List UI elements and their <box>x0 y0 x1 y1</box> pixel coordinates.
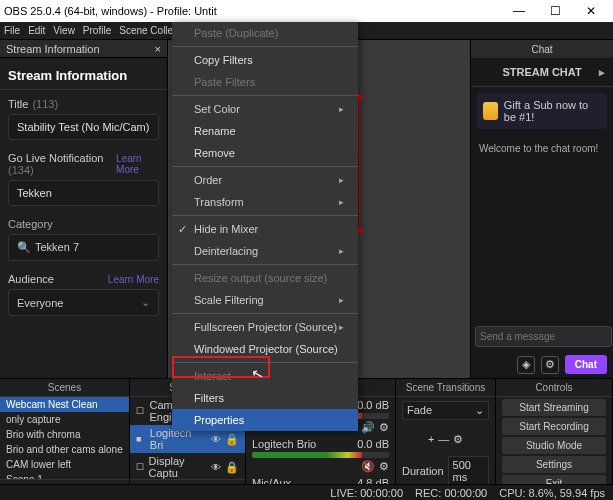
source-type-icon: ☐ <box>136 406 146 416</box>
search-icon: 🔍 <box>17 241 31 253</box>
title-count: (113) <box>32 98 58 110</box>
window-close[interactable]: ✕ <box>573 0 609 22</box>
chevron-down-icon: ⌄ <box>141 296 150 309</box>
check-icon: ✓ <box>178 223 187 236</box>
control-button[interactable]: Studio Mode <box>502 437 606 454</box>
scene-item[interactable]: Scene 1 <box>0 472 129 479</box>
mixer-db: 0.0 dB <box>357 399 389 411</box>
status-cpu: CPU: 8.6%, 59.94 fps <box>499 487 605 499</box>
mixer-channel: Logitech Brio0.0 dB🔇⚙ <box>246 436 395 475</box>
mixer-gear-icon[interactable]: ⚙ <box>379 421 389 434</box>
source-item[interactable]: ☐Display Captu👁🔒 <box>130 453 245 479</box>
duration-label: Duration <box>402 465 444 477</box>
source-context-menu: Paste (Duplicate) Copy Filters Paste Fil… <box>172 22 358 431</box>
scenes-heading: Scenes <box>0 379 129 397</box>
ctx-deinterlacing[interactable]: Deinterlacing▸ <box>172 240 358 262</box>
ctx-fullscreen-projector[interactable]: Fullscreen Projector (Source)▸ <box>172 316 358 338</box>
submenu-arrow-icon: ▸ <box>339 104 344 114</box>
control-button[interactable]: Settings <box>502 456 606 473</box>
scene-item[interactable]: Brio with chroma <box>0 427 129 442</box>
source-type-icon: ■ <box>136 434 146 444</box>
chat-input[interactable] <box>475 326 612 347</box>
chat-welcome: Welcome to the chat room! <box>471 135 613 322</box>
mixer-name: Logitech Brio <box>252 438 316 450</box>
audience-label: Audience <box>8 273 54 285</box>
source-type-icon: ☐ <box>136 462 145 472</box>
ctx-paste-filters: Paste Filters <box>172 71 358 93</box>
scene-item[interactable]: Brio and other cams alone <box>0 442 129 457</box>
chat-tab[interactable]: Chat <box>471 40 613 58</box>
ctx-windowed-projector[interactable]: Windowed Projector (Source) <box>172 338 358 360</box>
gift-icon <box>483 102 498 120</box>
golive-input[interactable]: Tekken <box>8 180 159 206</box>
mixer-db: 0.0 dB <box>357 438 389 450</box>
audience-learn-more-link[interactable]: Learn More <box>108 274 159 285</box>
channel-points-icon[interactable]: ◈ <box>517 356 535 374</box>
window-maximize[interactable]: ☐ <box>537 0 573 22</box>
dock-tab-label[interactable]: Stream Information <box>6 43 100 55</box>
transitions-heading: Scene Transitions <box>396 379 495 397</box>
ctx-filters[interactable]: Filters <box>172 387 358 409</box>
ctx-rename[interactable]: Rename <box>172 120 358 142</box>
ctx-paste-duplicate: Paste (Duplicate) <box>172 22 358 44</box>
visibility-icon[interactable]: 👁 <box>211 434 221 445</box>
scene-item[interactable]: Webcam Nest Clean <box>0 397 129 412</box>
menu-edit[interactable]: Edit <box>28 25 45 36</box>
title-label: Title <box>8 98 28 110</box>
golive-learn-more-link[interactable]: Learn More <box>116 153 159 175</box>
dock-tab-close[interactable]: × <box>155 43 161 55</box>
menu-view[interactable]: View <box>53 25 75 36</box>
transition-add-button[interactable]: + <box>428 433 434 445</box>
status-live: LIVE: 00:00:00 <box>330 487 403 499</box>
ctx-resize-output: Resize output (source size) <box>172 267 358 289</box>
mixer-meter <box>252 452 389 458</box>
dock-heading: Stream Information <box>0 58 167 90</box>
visibility-icon[interactable]: 👁 <box>211 462 221 473</box>
chat-collapse-icon[interactable]: ▸ <box>599 66 605 79</box>
gift-sub-promo[interactable]: Gift a Sub now to be #1! <box>477 93 607 129</box>
menu-file[interactable]: File <box>4 25 20 36</box>
title-input[interactable]: Stability Test (No Mic/Cam) <box>8 114 159 140</box>
mixer-gear-icon[interactable]: ⚙ <box>379 460 389 473</box>
chat-settings-icon[interactable]: ⚙ <box>541 356 559 374</box>
window-title: OBS 25.0.4 (64-bit, windows) - Profile: … <box>4 5 217 17</box>
category-label: Category <box>8 218 159 230</box>
category-search[interactable]: 🔍Tekken 7 <box>8 234 159 261</box>
controls-heading: Controls <box>496 379 612 397</box>
ctx-order[interactable]: Order▸ <box>172 169 358 191</box>
transition-select[interactable]: Fade⌄ <box>402 401 489 420</box>
speaker-icon[interactable]: 🔇 <box>361 460 375 473</box>
scene-item[interactable]: only capture <box>0 412 129 427</box>
golive-count: (134) <box>8 164 34 176</box>
transition-remove-button[interactable]: — <box>438 433 449 445</box>
lock-icon[interactable]: 🔒 <box>225 433 239 446</box>
golive-label: Go Live Notification <box>8 152 103 164</box>
chat-send-button[interactable]: Chat <box>565 355 607 374</box>
lock-icon[interactable]: 🔒 <box>225 461 239 474</box>
ctx-interact: Interact <box>172 365 358 387</box>
duration-input[interactable]: 500 ms <box>448 456 489 486</box>
chat-heading: STREAM CHAT <box>502 66 581 78</box>
control-button[interactable]: Start Recording <box>502 418 606 435</box>
audience-select[interactable]: Everyone⌄ <box>8 289 159 316</box>
ctx-transform[interactable]: Transform▸ <box>172 191 358 213</box>
ctx-remove[interactable]: Remove <box>172 142 358 164</box>
scene-item[interactable]: CAM lower left <box>0 457 129 472</box>
ctx-hide-in-mixer[interactable]: ✓Hide in Mixer <box>172 218 358 240</box>
transition-gear-icon[interactable]: ⚙ <box>453 433 463 445</box>
window-minimize[interactable]: — <box>501 0 537 22</box>
ctx-properties[interactable]: Properties <box>172 409 358 431</box>
speaker-icon[interactable]: 🔊 <box>361 421 375 434</box>
ctx-copy-filters[interactable]: Copy Filters <box>172 49 358 71</box>
ctx-scale-filtering[interactable]: Scale Filtering▸ <box>172 289 358 311</box>
control-button[interactable]: Start Streaming <box>502 399 606 416</box>
ctx-set-color[interactable]: Set Color▸ <box>172 98 358 120</box>
menu-profile[interactable]: Profile <box>83 25 111 36</box>
status-rec: REC: 00:00:00 <box>415 487 487 499</box>
